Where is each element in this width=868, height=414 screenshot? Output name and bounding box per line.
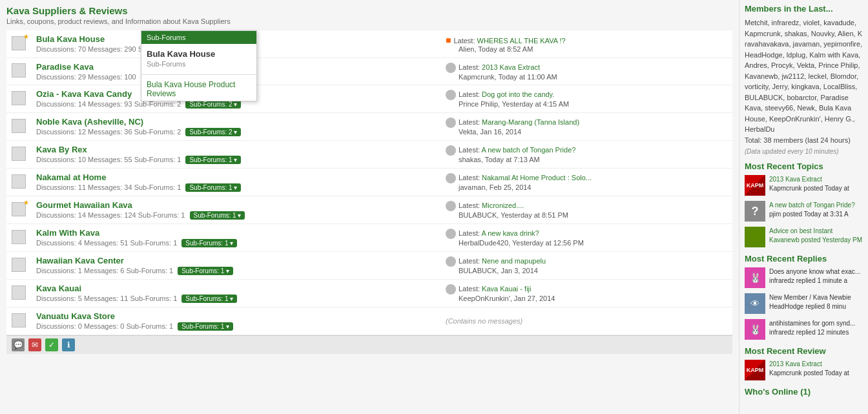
folder-icon [12,285,26,300]
latest-cell: Latest: 2013 Kava ExtractKapmcrunk, Toda… [440,58,732,85]
sub-forums-badge[interactable]: Sub-Forums: 1 [185,183,241,192]
latest-prefix: Latest: [453,37,477,45]
avatar: KAPM [745,360,765,380]
latest-link[interactable]: Micronized.... [482,202,524,209]
table-row: Noble Kava (Asheville, NC)Discussions: 1… [6,113,732,141]
recent-review-link[interactable]: 2013 Kava Extract [769,360,822,367]
forum-meta: Discussions: 0 Messages: 0 Sub-Forums: 1… [36,322,435,331]
forum-icon-cell [6,58,31,85]
table-row: Kalm With KavaDiscussions: 4 Messages: 5… [6,224,732,252]
latest-cell: Latest: Micronized....BULABUCK, Yesterda… [440,196,732,224]
forum-meta: Discussions: 5 Messages: 11 Sub-Forums: … [36,295,435,303]
forum-name-cell: Kava KauaiDiscussions: 5 Messages: 11 Su… [31,280,440,307]
latest-prefix: Latest: [459,90,482,98]
forum-name-link[interactable]: Kava Kauai [36,284,81,293]
recent-reply-text: antihistamines for gorn synd... infrared… [769,319,863,337]
recent-review-text: 2013 Kava ExtractKapmcrunk posted Today … [769,360,849,378]
forum-status-icon [446,256,456,267]
forum-name-link[interactable]: Noble Kava (Asheville, NC) [36,117,143,127]
latest-link[interactable]: A new batch of Tongan Pride? [481,146,575,154]
forum-name-link[interactable]: Kalm With Kava [36,228,99,238]
latest-prefix: Latest: [459,174,482,181]
folder-icon [12,258,26,272]
latest-prefix: Latest: [459,146,481,154]
sub-forums-badge[interactable]: Sub-Forums: 1 [181,239,237,247]
check-icon[interactable]: ✓ [45,338,58,351]
sub-forums-dropdown: Sub-ForumsBula Kava HouseSub-ForumsBula … [141,30,257,101]
forum-status-icon [446,145,456,156]
recent-topic-text: Advice on best Instant Kavanewb posted Y… [769,227,863,245]
table-row: Nakamal at HomeDiscussions: 11 Messages:… [6,169,732,196]
forum-meta: Discussions: 14 Messages: 124 Sub-Forums… [36,211,435,220]
folder-icon [12,230,26,244]
folder-icon [12,174,26,189]
recent-topic-link[interactable]: Advice on best Instant Kavanewb posted Y… [769,227,862,243]
info-icon[interactable]: ℹ [62,338,75,351]
recent-topic-item: Advice on best Instant Kavanewb posted Y… [745,227,863,247]
latest-link[interactable]: 2013 Kava Extract [482,63,540,70]
forum-name-link[interactable]: Nakamal at Home [36,172,106,182]
sub-forums-badge[interactable]: Sub-Forums: 1 [190,211,245,220]
chat-icon[interactable]: 💬 [12,338,25,351]
forum-status-icon [446,63,456,73]
dropdown-header: Sub-Forums [141,31,256,44]
most-recent-replies-title: Most Recent Replies [745,254,863,264]
forum-icon-cell [6,113,31,141]
sub-forums-badge[interactable]: Sub-Forums: 2 [185,128,241,136]
latest-cell: Latest: A new kava drink?HerbalDude420, … [440,224,732,252]
recent-topic-link[interactable]: 2013 Kava Extract [769,176,822,183]
table-row: Paradise KavaDiscussions: 29 Messages: 1… [6,58,732,85]
forum-status-icon [446,284,456,295]
latest-cell: (Contains no messages) [440,307,732,335]
avatar: KAPM [745,175,765,196]
latest-link[interactable]: Marang-Marang (Tanna Island) [482,118,579,126]
page-subtitle: Links, coupons, product reviews, and Inf… [6,17,732,25]
folder-icon [12,147,26,161]
latest-user: HerbalDude420, Yesterday at 12:56 PM [459,239,584,247]
latest-prefix: Latest: [459,63,482,70]
avatar: ? [745,201,765,222]
forum-name-link[interactable]: Kava By Rex [36,145,87,154]
latest-cell: Latest: Kava Kauai - fijiKeepOnKrunkin',… [440,280,732,307]
forum-name-link[interactable]: Bula Kava House [36,34,105,44]
latest-cell: Latest: Nakamal At Home Product : Solo..… [440,169,732,196]
latest-link[interactable]: Kava Kauai - fiji [482,285,531,293]
forum-icon-cell [6,307,31,335]
members-title: Members in the Last... [745,4,863,14]
table-row: ★Gourmet Hawaiian KavaDiscussions: 14 Me… [6,196,732,224]
forum-name-cell: Kalm With KavaDiscussions: 4 Messages: 5… [31,224,440,252]
members-total: Total: 38 members (last 24 hours) [745,135,863,146]
dropdown-link[interactable]: Bula Kava House Product Reviews [141,78,256,101]
bottom-bar: 💬 ✉ ✓ ℹ [6,335,732,354]
latest-link[interactable]: WHERES ALL THE KAVA !? [477,37,566,45]
latest-link[interactable]: A new kava drink? [481,229,539,237]
latest-link[interactable]: Nene and mapupelu [482,257,546,265]
rss-icon[interactable]: ■ [446,35,451,45]
folder-icon [12,313,26,327]
latest-prefix: Latest: [459,285,482,293]
email-icon[interactable]: ✉ [28,338,41,351]
forum-name-link[interactable]: Hawaiian Kava Center [36,256,124,265]
recent-topic-link[interactable]: A new batch of Tongan Pride? [769,202,855,209]
sub-forums-badge[interactable]: Sub-Forums: 1 [178,267,233,275]
forum-name-link[interactable]: Gourmet Hawaiian Kava [36,200,132,210]
latest-link[interactable]: Nakamal At Home Product : Solo... [482,174,592,181]
recent-reply-text: New Member / Kava Newbie HeadHodge repli… [769,293,863,311]
table-row: Kava KauaiDiscussions: 5 Messages: 11 Su… [6,280,732,307]
sub-forums-badge[interactable]: Sub-Forums: 1 [178,322,233,331]
recent-topic-item: KAPM2013 Kava ExtractKapmcrunk posted To… [745,175,863,196]
sub-forums-badge[interactable]: Sub-Forums: 1 [181,295,237,303]
forum-name-link[interactable]: Ozia - Kava Kava Candy [36,89,132,99]
most-recent-topics-title: Most Recent Topics [745,161,863,171]
forum-name-link[interactable]: Paradise Kava [36,62,94,72]
latest-user: javaman, Feb 25, 2014 [459,183,532,191]
sub-forums-badge[interactable]: Sub-Forums: 1 [185,156,241,164]
latest-user: shakas, Today at 7:13 AM [459,156,540,163]
forum-name-link[interactable]: Vanuatu Kava Store [36,311,115,321]
recent-reply-item: 🐰antihistamines for gorn synd... infrare… [745,319,863,340]
forum-meta: Discussions: 12 Messages: 36 Sub-Forums:… [36,128,435,136]
most-recent-review-title: Most Recent Review [745,346,863,356]
latest-link[interactable]: Dog got into the candy. [482,90,554,98]
right-sidebar: Members in the Last... Metchit, infrared… [739,0,868,414]
page-title: Kava Suppliers & Reviews [6,5,732,16]
